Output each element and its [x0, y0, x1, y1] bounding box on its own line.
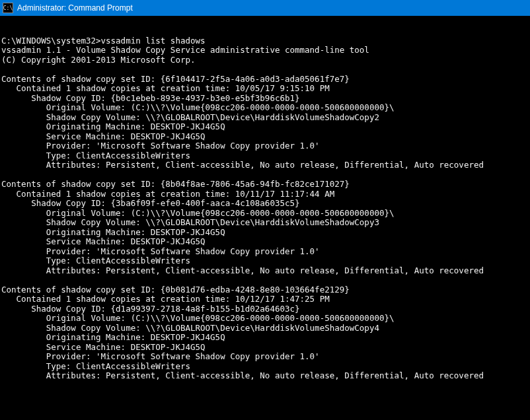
blank-line — [1, 64, 7, 74]
output-line: Service Machine: DESKTOP-JKJ4G5Q — [1, 343, 529, 353]
cmd-icon: C:\ — [3, 3, 13, 13]
prompt-command: vssadmin list shadows — [101, 36, 206, 46]
output-line: Attributes: Persistent, Client-accessibl… — [1, 371, 529, 381]
output-line: Type: ClientAccessibleWriters — [1, 256, 529, 266]
header-line-2: (C) Copyright 2001-2013 Microsoft Corp. — [1, 55, 196, 65]
output-line — [1, 170, 529, 180]
output-line: Contained 1 shadow copies at creation ti… — [1, 84, 529, 94]
output-line: Provider: 'Microsoft Software Shadow Cop… — [1, 247, 529, 257]
output-line: Original Volume: (C:)\\?\Volume{098cc206… — [1, 314, 529, 324]
header-line-1: vssadmin 1.1 - Volume Shadow Copy Servic… — [1, 45, 369, 55]
output-line: Type: ClientAccessibleWriters — [1, 362, 529, 372]
terminal-output[interactable]: C:\WINDOWS\system32>vssadmin list shadow… — [0, 16, 530, 420]
output-line — [1, 275, 529, 285]
output-line: Contents of shadow copy set ID: {6f10441… — [1, 75, 529, 85]
output-line: Contained 1 shadow copies at creation ti… — [1, 295, 529, 304]
output-line: Shadow Copy ID: {3ba6f09f-efe0-400f-aaca… — [1, 199, 529, 209]
titlebar[interactable]: C:\ Administrator: Command Prompt — [0, 0, 530, 16]
output-line: Type: ClientAccessibleWriters — [1, 151, 529, 161]
output-line: Originating Machine: DESKTOP-JKJ4G5Q — [1, 333, 529, 343]
output-line: Shadow Copy Volume: \\?\GLOBALROOT\Devic… — [1, 324, 529, 333]
shadow-sets: Contents of shadow copy set ID: {6f10441… — [1, 75, 529, 391]
output-line: Original Volume: (C:)\\?\Volume{098cc206… — [1, 209, 529, 219]
command-prompt-window: C:\ Administrator: Command Prompt C:\WIN… — [0, 0, 530, 420]
output-line: Provider: 'Microsoft Software Shadow Cop… — [1, 141, 529, 151]
output-line: Originating Machine: DESKTOP-JKJ4G5Q — [1, 122, 529, 132]
output-line: Shadow Copy Volume: \\?\GLOBALROOT\Devic… — [1, 113, 529, 123]
output-line: Original Volume: (C:)\\?\Volume{098cc206… — [1, 103, 529, 113]
output-line: Service Machine: DESKTOP-JKJ4G5Q — [1, 237, 529, 247]
output-line: Contents of shadow copy set ID: {0b081d7… — [1, 285, 529, 295]
output-line: Shadow Copy Volume: \\?\GLOBALROOT\Devic… — [1, 218, 529, 228]
output-line: Originating Machine: DESKTOP-JKJ4G5Q — [1, 228, 529, 238]
output-line: Contained 1 shadow copies at creation ti… — [1, 190, 529, 199]
prompt-line: C:\WINDOWS\system32>vssadmin list shadow… — [1, 36, 206, 46]
output-line: Shadow Copy ID: {b0c1ebeb-893e-4937-b3e0… — [1, 94, 529, 104]
prompt-path: C:\WINDOWS\system32> — [1, 36, 101, 46]
output-line: Attributes: Persistent, Client-accessibl… — [1, 160, 529, 170]
output-line: Shadow Copy ID: {d1a99397-2718-4a8f-b155… — [1, 304, 529, 314]
output-line: Contents of shadow copy set ID: {8b04f8a… — [1, 180, 529, 190]
output-line: Attributes: Persistent, Client-accessibl… — [1, 266, 529, 276]
output-line — [1, 381, 529, 391]
window-title: Administrator: Command Prompt — [17, 3, 133, 13]
output-line: Provider: 'Microsoft Software Shadow Cop… — [1, 352, 529, 362]
output-line: Service Machine: DESKTOP-JKJ4G5Q — [1, 132, 529, 142]
